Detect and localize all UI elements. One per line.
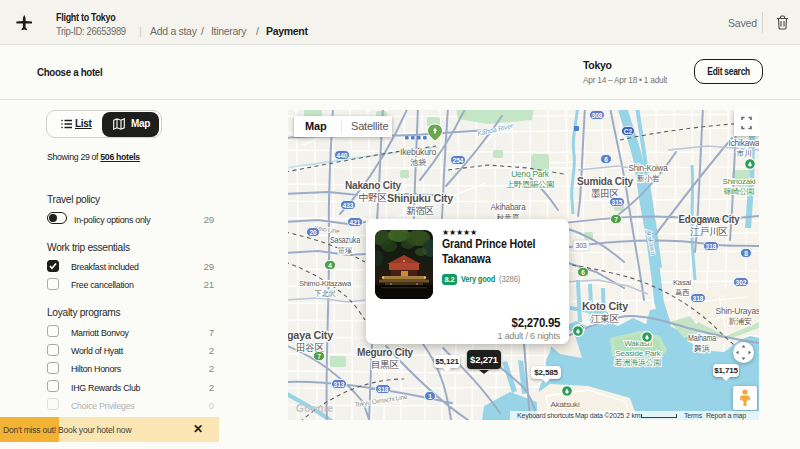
svg-text:7: 7 xyxy=(317,353,321,360)
svg-text:Sumida City: Sumida City xyxy=(577,176,634,187)
svg-text:池袋: 池袋 xyxy=(410,158,426,167)
svg-text:上野恩賜公園: 上野恩賜公園 xyxy=(506,179,555,189)
svg-text:6: 6 xyxy=(581,269,585,276)
svg-text:Sasazuka: Sasazuka xyxy=(330,236,361,245)
svg-text:Ichikawa: Ichikawa xyxy=(729,138,760,148)
svg-text:Akihabara: Akihabara xyxy=(491,202,526,212)
svg-text:8: 8 xyxy=(744,250,748,257)
svg-text:1: 1 xyxy=(428,393,432,400)
svg-text:Ueno Park: Ueno Park xyxy=(511,169,549,179)
svg-text:433: 433 xyxy=(343,202,354,209)
svg-text:舞浜: 舞浜 xyxy=(693,344,710,353)
svg-text:Akatsuki: Akatsuki xyxy=(551,400,580,409)
svg-text:Meguro City: Meguro City xyxy=(357,347,414,358)
svg-text:目黒区: 目黒区 xyxy=(371,359,399,370)
svg-text:20: 20 xyxy=(309,229,317,236)
svg-text:若洲海浜公園: 若洲海浜公園 xyxy=(615,358,662,367)
svg-text:6: 6 xyxy=(604,156,608,163)
svg-text:318: 318 xyxy=(693,295,704,302)
svg-text:Shin-Koiwa: Shin-Koiwa xyxy=(629,163,668,173)
svg-text:4: 4 xyxy=(328,262,332,269)
svg-text:315: 315 xyxy=(612,199,623,206)
svg-text:篠崎公園: 篠崎公園 xyxy=(723,187,754,196)
svg-text:308: 308 xyxy=(592,112,603,119)
svg-text:gaya City: gaya City xyxy=(288,330,334,341)
svg-text:笹塚: 笹塚 xyxy=(338,246,353,255)
svg-text:Kasai: Kasai xyxy=(673,278,691,287)
svg-text:下北沢: 下北沢 xyxy=(315,289,336,298)
svg-text:Nakano City: Nakano City xyxy=(345,180,402,191)
svg-text:Shin-Urayasu: Shin-Urayasu xyxy=(716,306,760,316)
svg-text:江東区: 江東区 xyxy=(590,313,619,324)
svg-text:C2: C2 xyxy=(624,128,633,135)
svg-text:Ikebukuro: Ikebukuro xyxy=(400,147,436,157)
svg-text:303: 303 xyxy=(575,242,586,249)
svg-text:Seaside Park: Seaside Park xyxy=(615,349,661,358)
svg-text:中野区: 中野区 xyxy=(359,192,387,203)
svg-text:302: 302 xyxy=(736,279,747,286)
svg-text:江戸川区: 江戸川区 xyxy=(689,226,728,237)
svg-text:Shimo-Kitazawa: Shimo-Kitazawa xyxy=(299,279,352,288)
svg-text:421: 421 xyxy=(350,219,361,226)
svg-text:新小岩: 新小岩 xyxy=(637,174,660,183)
svg-text:318: 318 xyxy=(378,386,389,393)
svg-text:Shinozaki: Shinozaki xyxy=(723,177,756,186)
svg-text:Shinjuku City: Shinjuku City xyxy=(387,193,454,204)
svg-text:313: 313 xyxy=(334,381,345,388)
svg-text:Koto City: Koto City xyxy=(582,301,629,312)
svg-text:新浦安: 新浦安 xyxy=(728,317,752,326)
svg-text:254: 254 xyxy=(453,157,464,164)
svg-text:440: 440 xyxy=(337,152,348,159)
svg-text:Maihama: Maihama xyxy=(688,333,716,343)
svg-text:318: 318 xyxy=(706,243,717,250)
svg-text:葛西: 葛西 xyxy=(675,288,690,297)
svg-text:7: 7 xyxy=(614,216,618,223)
svg-text:Edogawa City: Edogawa City xyxy=(679,214,740,225)
svg-text:市川: 市川 xyxy=(737,149,752,158)
svg-text:新宿区: 新宿区 xyxy=(406,205,434,216)
